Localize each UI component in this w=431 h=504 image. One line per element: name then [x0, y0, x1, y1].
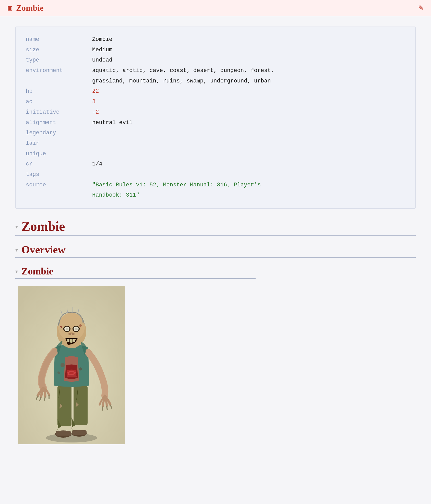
field-source: source "Basic Rules v1: 52, Monster Manu… — [26, 180, 405, 201]
value-type: Undead — [92, 55, 112, 66]
svg-rect-39 — [73, 339, 75, 342]
section-heading-h3: ▾ Zombie — [15, 266, 416, 277]
field-cr: cr 1/4 — [26, 159, 405, 170]
value-alignment: neutral evil — [92, 118, 133, 128]
svg-point-45 — [57, 371, 60, 374]
field-lair: lair — [26, 138, 405, 149]
svg-point-35 — [68, 333, 71, 335]
section-title-zombie-h3: Zombie — [21, 266, 53, 277]
value-ac: 8 — [92, 97, 95, 107]
page-title: Zombie — [16, 3, 44, 13]
section-title-overview: Overview — [21, 244, 66, 256]
svg-point-34 — [75, 328, 78, 330]
svg-rect-4 — [74, 386, 88, 425]
label-hp: hp — [26, 86, 92, 97]
label-lair: lair — [26, 138, 92, 149]
header-left: ▣ Zombie — [7, 3, 44, 13]
svg-rect-37 — [67, 339, 69, 342]
main-content: name Zombie size Medium type Undead envi… — [0, 16, 431, 467]
section-overview: ▾ Overview — [15, 244, 416, 258]
monster-icon: ▣ — [7, 5, 13, 11]
label-initiative: initiative — [26, 107, 92, 118]
field-legendary: legendary — [26, 128, 405, 138]
zombie-illustration — [18, 286, 125, 444]
svg-rect-14 — [72, 430, 87, 435]
svg-rect-40 — [69, 339, 70, 342]
label-alignment: alignment — [26, 118, 92, 128]
edit-icon[interactable]: ✎ — [418, 4, 424, 12]
svg-line-20 — [107, 406, 107, 410]
value-initiative: -2 — [92, 107, 99, 118]
label-name: name — [26, 34, 92, 45]
svg-point-43 — [61, 363, 65, 367]
data-card: name Zombie size Medium type Undead envi… — [15, 27, 416, 209]
label-type: type — [26, 55, 92, 66]
field-alignment: alignment neutral evil — [26, 118, 405, 128]
field-initiative: initiative -2 — [26, 107, 405, 118]
value-name: Zombie — [92, 34, 112, 45]
section-divider-h1 — [15, 235, 416, 236]
section-heading-h2: ▾ Overview — [15, 244, 416, 256]
value-size: Medium — [92, 45, 112, 55]
section-heading-h1: ▾ Zombie — [15, 219, 416, 234]
value-hp: 22 — [92, 86, 99, 97]
value-source: "Basic Rules v1: 52, Monster Manual: 316… — [92, 180, 261, 201]
field-name: name Zombie — [26, 34, 405, 45]
field-size: size Medium — [26, 45, 405, 55]
label-cr: cr — [26, 159, 92, 170]
field-hp: hp 22 — [26, 86, 405, 97]
svg-rect-38 — [70, 339, 73, 343]
field-ac: ac 8 — [26, 97, 405, 107]
label-unique: unique — [26, 149, 92, 159]
label-source: source — [26, 180, 92, 190]
label-tags: tags — [26, 170, 92, 180]
svg-point-2 — [46, 433, 97, 442]
svg-point-36 — [72, 333, 75, 335]
svg-point-24 — [58, 313, 85, 341]
collapse-triangle-h3[interactable]: ▾ — [15, 269, 18, 274]
field-unique: unique — [26, 149, 405, 159]
svg-rect-13 — [56, 431, 71, 436]
svg-point-33 — [66, 328, 68, 330]
section-title-zombie-h1: Zombie — [21, 219, 65, 234]
label-legendary: legendary — [26, 128, 92, 138]
section-zombie-h1: ▾ Zombie — [15, 219, 416, 236]
section-divider-h3 — [15, 278, 256, 279]
value-environment: aquatic, arctic, cave, coast, desert, du… — [92, 66, 274, 86]
field-tags: tags — [26, 170, 405, 180]
svg-rect-41 — [73, 339, 73, 342]
svg-point-44 — [79, 367, 82, 370]
field-type: type Undead — [26, 55, 405, 66]
collapse-triangle-h2[interactable]: ▾ — [15, 247, 18, 253]
field-environment: environment aquatic, arctic, cave, coast… — [26, 66, 405, 86]
label-ac: ac — [26, 97, 92, 107]
collapse-triangle-h1[interactable]: ▾ — [15, 224, 18, 229]
svg-line-21 — [102, 406, 103, 411]
zombie-image-container — [18, 286, 125, 444]
section-divider-h2 — [15, 257, 416, 258]
label-environment: environment — [26, 66, 92, 76]
value-cr: 1/4 — [92, 159, 102, 170]
header: ▣ Zombie ✎ — [0, 0, 431, 16]
section-zombie-h3: ▾ Zombie — [15, 266, 416, 444]
label-size: size — [26, 45, 92, 55]
svg-point-42 — [79, 324, 82, 327]
